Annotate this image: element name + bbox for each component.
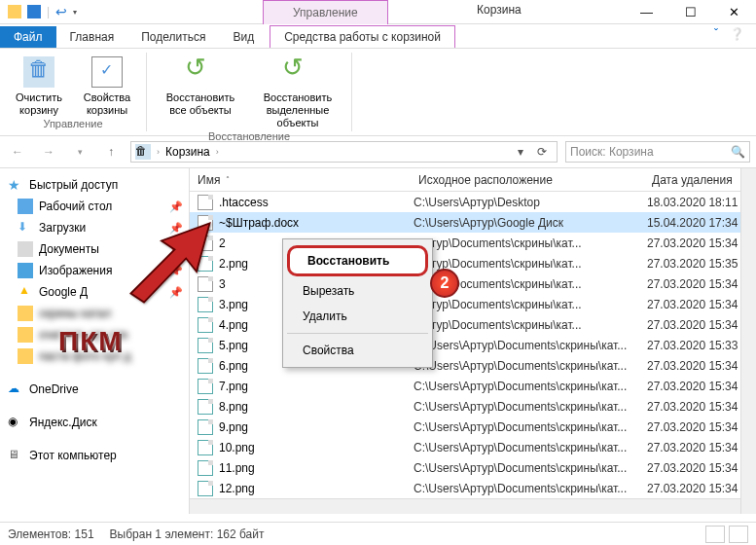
column-headers: Имя˄ Исходное расположение Дата удаления <box>190 168 756 192</box>
minimize-button[interactable]: — <box>625 0 668 24</box>
nav-label: Рабочий стол <box>39 200 112 213</box>
file-row[interactable]: 2.png\Артур\Documents\скрины\кат...27.03… <box>190 253 756 273</box>
ctx-restore[interactable]: Восстановить <box>287 245 428 276</box>
file-row[interactable]: 8.pngC:\Users\Артур\Documents\скрины\кат… <box>190 396 756 417</box>
desktop-icon <box>18 199 33 214</box>
file-row[interactable]: 4.png\Артур\Documents\скрины\кат...27.03… <box>190 314 756 335</box>
file-row[interactable]: 2\Артур\Documents\скрины\кат...27.03.202… <box>190 233 756 253</box>
restore-all-label: Восстановить все объекты <box>166 91 234 117</box>
status-item-count: Элементов: 151 <box>8 527 94 541</box>
folder-icon <box>18 327 33 343</box>
tab-file[interactable]: Файл <box>0 26 56 48</box>
ctx-cut[interactable]: Вырезать <box>285 278 430 304</box>
file-icon <box>198 481 213 496</box>
vertical-scrollbar[interactable] <box>740 168 756 514</box>
breadcrumb-recycle[interactable]: Корзина <box>162 145 214 159</box>
pc-icon: 🖥 <box>8 448 23 463</box>
address-bar[interactable]: 🗑 › Корзина › ▾ ⟳ <box>130 141 558 163</box>
file-row[interactable]: 10.pngC:\Users\Артур\Documents\скрины\ка… <box>190 437 756 457</box>
file-location: C:\Users\Артур\Google Диск <box>414 216 647 230</box>
nav-desktop[interactable]: Рабочий стол📌 <box>0 196 189 217</box>
save-icon[interactable] <box>27 5 41 18</box>
restore-all-button[interactable]: Восстановить все объекты <box>157 53 244 130</box>
view-details-button[interactable] <box>705 526 725 543</box>
chevron-right-icon[interactable]: › <box>155 147 162 157</box>
window-controls: — ☐ ✕ <box>625 0 756 24</box>
tab-view[interactable]: Вид <box>219 26 268 48</box>
ctx-delete[interactable]: Удалить <box>285 304 430 329</box>
nav-up-button[interactable]: ↑ <box>99 140 123 164</box>
restore-selected-button[interactable]: Восстановить выделенные объекты <box>254 53 342 130</box>
file-icon <box>198 379 213 394</box>
file-location: C:\Users\Артур\Documents\скрины\кат... <box>414 359 647 373</box>
file-row[interactable]: .htaccessC:\Users\Артур\Desktop18.03.202… <box>190 192 756 212</box>
qat-dropdown-icon[interactable]: ▾ <box>73 8 77 17</box>
quick-access-toolbar: | ↩ ▾ <box>0 4 77 19</box>
file-row[interactable]: 3.png\Артур\Documents\скрины\кат...27.03… <box>190 294 756 314</box>
ribbon-group-manage-caption: Управление <box>43 118 102 131</box>
file-row[interactable]: ~$Штраф.docxC:\Users\Артур\Google Диск15… <box>190 212 756 233</box>
file-row[interactable]: 9.pngC:\Users\Артур\Documents\скрины\кат… <box>190 417 756 437</box>
nav-this-pc[interactable]: 🖥Этот компьютер <box>0 445 189 466</box>
address-dropdown-icon[interactable]: ▾ <box>510 145 531 159</box>
tab-share[interactable]: Поделиться <box>127 26 219 48</box>
column-location[interactable]: Исходное расположение <box>411 173 644 187</box>
pictures-icon <box>18 263 33 278</box>
nav-history-dropdown[interactable]: ▾ <box>68 140 91 164</box>
folder-icon <box>8 5 21 18</box>
horizontal-scrollbar[interactable] <box>190 498 740 514</box>
empty-recycle-button[interactable]: Очистить корзину <box>10 53 68 118</box>
ribbon-collapse-icon[interactable]: ˇ <box>714 27 718 41</box>
trash-icon <box>23 56 54 88</box>
file-row[interactable]: 7.pngC:\Users\Артур\Documents\скрины\кат… <box>190 376 756 396</box>
close-button[interactable]: ✕ <box>712 0 756 24</box>
undo-icon[interactable]: ↩ <box>55 4 67 19</box>
svg-marker-0 <box>131 224 210 303</box>
file-row[interactable]: 3\Артур\Documents\скрины\кат...27.03.202… <box>190 273 756 294</box>
empty-recycle-label: Очистить корзину <box>16 91 62 117</box>
search-placeholder: Поиск: Корзина <box>570 145 654 159</box>
file-name: 8.png <box>219 400 414 414</box>
search-input[interactable]: Поиск: Корзина 🔍 <box>565 141 750 163</box>
nav-yandex-disk[interactable]: ◉Яндекс.Диск <box>0 412 189 433</box>
help-icon[interactable]: ❔ <box>730 27 744 41</box>
tab-home[interactable]: Главная <box>56 26 128 48</box>
refresh-icon[interactable]: ⟳ <box>531 145 553 159</box>
file-row[interactable]: 12.pngC:\Users\Артур\Documents\скрины\ка… <box>190 478 756 498</box>
file-name: .htaccess <box>219 196 414 209</box>
ctx-properties[interactable]: Свойства <box>285 338 430 363</box>
recycle-bin-icon: 🗑 <box>135 144 151 160</box>
nav-quick-access[interactable]: ★Быстрый доступ <box>0 174 189 196</box>
status-bar: Элементов: 151 Выбран 1 элемент: 162 бай… <box>0 522 756 545</box>
nav-back-button[interactable]: ← <box>6 140 29 164</box>
file-location: C:\Users\Артур\Documents\скрины\кат... <box>414 482 647 495</box>
column-deleted-date[interactable]: Дата удаления <box>644 173 756 187</box>
column-name-label: Имя <box>198 173 220 187</box>
nav-onedrive[interactable]: ☁OneDrive <box>0 379 189 400</box>
tab-recycle-tools[interactable]: Средства работы с корзиной <box>270 25 455 48</box>
recycle-props-button[interactable]: Свойства корзины <box>78 53 136 118</box>
contextual-tab-label: Управление <box>263 0 388 24</box>
nav-forward-button[interactable]: → <box>37 140 60 164</box>
file-name: 9.png <box>219 420 414 434</box>
status-selection: Выбран 1 элемент: 162 байт <box>110 527 265 541</box>
file-icon <box>198 358 213 374</box>
file-list[interactable]: .htaccessC:\Users\Артур\Desktop18.03.202… <box>190 192 756 514</box>
context-menu: Восстановить Вырезать Удалить Свойства <box>282 238 433 368</box>
file-row[interactable]: 5.pngC:\Users\Артур\Documents\скрины\кат… <box>190 335 756 355</box>
nav-label: OneDrive <box>29 382 79 396</box>
maximize-button[interactable]: ☐ <box>668 0 712 24</box>
chevron-right-icon[interactable]: › <box>214 147 221 157</box>
view-thumbnails-button[interactable] <box>729 526 748 543</box>
ribbon-tabs: Файл Главная Поделиться Вид Средства раб… <box>0 24 756 49</box>
file-location: C:\Users\Артур\Documents\скрины\кат... <box>414 339 647 352</box>
sort-indicator-icon: ˄ <box>226 175 230 184</box>
content-pane: Имя˄ Исходное расположение Дата удаления… <box>190 168 756 514</box>
file-location: C:\Users\Артур\Documents\скрины\кат... <box>414 380 647 393</box>
file-row[interactable]: 6.pngC:\Users\Артур\Documents\скрины\кат… <box>190 355 756 376</box>
ribbon-group-restore: Восстановить все объекты Восстановить вы… <box>147 53 352 131</box>
column-name[interactable]: Имя˄ <box>190 173 411 187</box>
file-row[interactable]: 11.pngC:\Users\Артур\Documents\скрины\ка… <box>190 457 756 478</box>
restore-selected-icon <box>282 56 313 88</box>
nav-label: Яндекс.Диск <box>29 416 97 429</box>
